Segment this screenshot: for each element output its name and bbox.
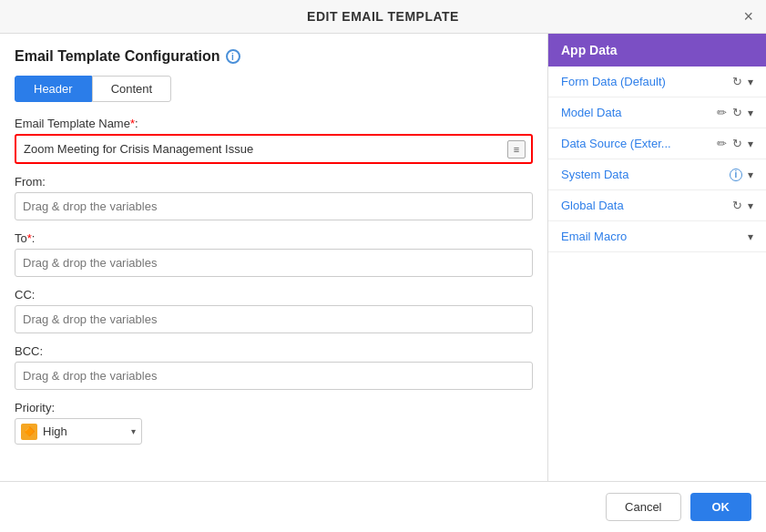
app-data-item-model-data[interactable]: Model Data ✏ ↻ ▾ bbox=[548, 97, 766, 128]
cc-field-group: CC: bbox=[15, 288, 533, 333]
priority-select[interactable]: High Medium Low bbox=[37, 419, 131, 444]
bcc-label: BCC: bbox=[15, 344, 533, 358]
tabs-row: Header Content bbox=[15, 76, 533, 102]
modal-header: EDIT EMAIL TEMPLATE × bbox=[0, 0, 766, 34]
app-data-icons-form-data: ↻ ▾ bbox=[732, 75, 753, 88]
app-data-icons-email-macro: ▾ bbox=[748, 230, 753, 243]
app-data-label-email-macro: Email Macro bbox=[561, 230, 748, 243]
cancel-button[interactable]: Cancel bbox=[606, 493, 680, 521]
priority-icon: 🔶 bbox=[21, 424, 37, 440]
to-label: To*: bbox=[15, 231, 533, 245]
app-data-icons-data-source: ✏ ↻ ▾ bbox=[717, 137, 753, 150]
refresh-icon-global-data[interactable]: ↻ bbox=[732, 199, 742, 212]
to-field-group: To*: bbox=[15, 231, 533, 277]
app-data-header: App Data bbox=[548, 34, 766, 66]
cc-input[interactable] bbox=[15, 305, 533, 333]
edit-email-template-modal: EDIT EMAIL TEMPLATE × Email Template Con… bbox=[0, 0, 766, 532]
tab-header[interactable]: Header bbox=[15, 76, 92, 102]
from-label: From: bbox=[15, 175, 533, 189]
refresh-icon-data-source[interactable]: ↻ bbox=[732, 137, 742, 150]
app-data-item-form-data[interactable]: Form Data (Default) ↻ ▾ bbox=[548, 66, 766, 97]
priority-select-wrapper: 🔶 High Medium Low ▾ bbox=[15, 418, 142, 445]
modal-body: Email Template Configuration i Header Co… bbox=[0, 34, 766, 481]
main-panel: Email Template Configuration i Header Co… bbox=[0, 34, 547, 481]
priority-label: Priority: bbox=[15, 401, 533, 414]
app-data-icons-global-data: ↻ ▾ bbox=[732, 199, 753, 212]
bcc-field-group: BCC: bbox=[15, 344, 533, 390]
panel-info-icon[interactable]: i bbox=[226, 49, 240, 64]
app-data-icons-model-data: ✏ ↻ ▾ bbox=[717, 106, 753, 119]
app-data-label-data-source: Data Source (Exter... bbox=[561, 137, 717, 150]
chevron-icon-model-data: ▾ bbox=[748, 107, 753, 119]
panel-title-row: Email Template Configuration i bbox=[15, 48, 533, 65]
modal-close-button[interactable]: × bbox=[743, 8, 753, 25]
name-field-wrapper: ≡ bbox=[15, 134, 533, 164]
modal-footer: Cancel OK bbox=[0, 481, 766, 532]
chevron-icon-system-data: ▾ bbox=[748, 169, 753, 181]
app-data-item-global-data[interactable]: Global Data ↻ ▾ bbox=[548, 190, 766, 221]
app-data-label-model-data: Model Data bbox=[561, 106, 717, 119]
app-data-item-email-macro[interactable]: Email Macro ▾ bbox=[548, 221, 766, 252]
info-icon-system-data[interactable]: i bbox=[730, 169, 742, 181]
cc-label: CC: bbox=[15, 288, 533, 302]
chevron-icon-data-source: ▾ bbox=[748, 138, 753, 150]
name-label: Email Template Name*: bbox=[15, 117, 533, 130]
name-input[interactable] bbox=[16, 136, 531, 162]
app-data-label-form-data: Form Data (Default) bbox=[561, 75, 732, 88]
chevron-icon-global-data: ▾ bbox=[748, 200, 753, 212]
refresh-icon-form-data[interactable]: ↻ bbox=[732, 75, 742, 88]
from-field-group: From: bbox=[15, 175, 533, 220]
app-data-label-system-data: System Data bbox=[561, 168, 730, 181]
from-input[interactable] bbox=[15, 192, 533, 220]
right-panel: App Data Form Data (Default) ↻ ▾ Model D… bbox=[547, 34, 766, 481]
modal-title: EDIT EMAIL TEMPLATE bbox=[307, 9, 459, 24]
app-data-icons-system-data: i ▾ bbox=[730, 169, 753, 181]
app-data-label-global-data: Global Data bbox=[561, 199, 732, 212]
ok-button[interactable]: OK bbox=[690, 493, 752, 521]
chevron-icon-email-macro: ▾ bbox=[748, 230, 753, 243]
chevron-icon-form-data: ▾ bbox=[748, 76, 753, 88]
priority-field-group: Priority: 🔶 High Medium Low ▾ bbox=[15, 401, 533, 445]
bcc-input[interactable] bbox=[15, 362, 533, 390]
to-input[interactable] bbox=[15, 249, 533, 277]
panel-title: Email Template Configuration bbox=[15, 48, 220, 65]
tab-content[interactable]: Content bbox=[92, 76, 172, 102]
app-data-item-data-source[interactable]: Data Source (Exter... ✏ ↻ ▾ bbox=[548, 128, 766, 159]
edit-icon-model-data[interactable]: ✏ bbox=[717, 106, 727, 119]
app-data-item-system-data[interactable]: System Data i ▾ bbox=[548, 159, 766, 190]
priority-chevron-icon: ▾ bbox=[131, 426, 136, 436]
name-field-group: Email Template Name*: ≡ bbox=[15, 117, 533, 164]
refresh-icon-model-data[interactable]: ↻ bbox=[732, 106, 742, 119]
name-field-expand-icon[interactable]: ≡ bbox=[507, 140, 526, 159]
edit-icon-data-source[interactable]: ✏ bbox=[717, 137, 727, 150]
